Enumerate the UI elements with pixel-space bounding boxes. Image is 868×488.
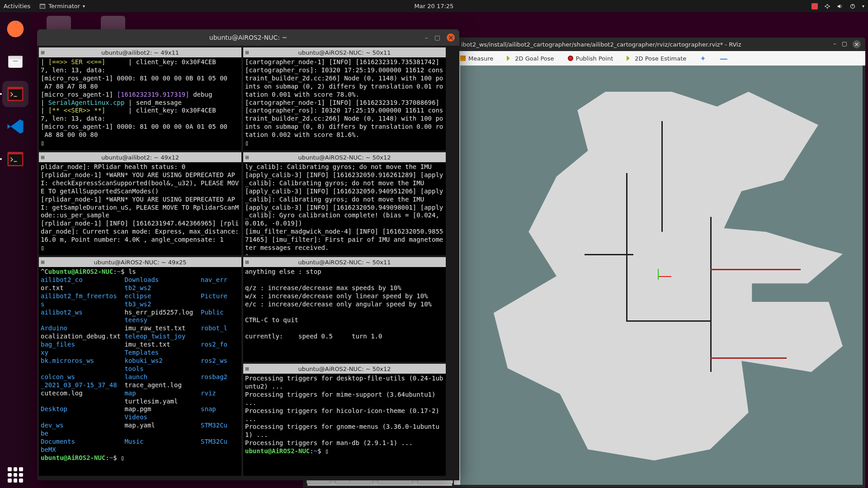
rviz-title-text: ibot2_ws/install/ailibot2_cartographer/s…: [461, 41, 741, 48]
pane-title: ubuntu@AiROS2-NUC: ~ 50x11: [298, 259, 391, 266]
pane-cartographer[interactable]: ⊞ubuntu@AiROS2-NUC: ~ 50x11 [cartographe…: [243, 47, 446, 150]
files-launcher[interactable]: [2, 48, 28, 75]
remove-tool-icon[interactable]: —: [720, 54, 728, 63]
pane-title: ubuntu@ailibot2: ~ 49x11: [101, 49, 179, 56]
pane-title: ubuntu@AiROS2-NUC: ~ 49x25: [94, 259, 187, 266]
arrow-icon: [507, 56, 512, 61]
maximize-icon[interactable]: ▢: [434, 34, 440, 41]
terminator-titlebar[interactable]: ubuntu@AiROS2-NUC: ~ – ▢: [37, 29, 459, 46]
volume-icon[interactable]: [837, 3, 843, 9]
close-icon[interactable]: ✕: [853, 40, 861, 48]
notification-icon[interactable]: [811, 3, 818, 9]
pose-estimate-tool[interactable]: 2D Pose Estimate: [627, 55, 686, 62]
arrow-icon: [627, 56, 632, 61]
pane-apt[interactable]: ⊞ubuntu@AiROS2-NUC: ~ 50x12 Processing t…: [243, 364, 446, 476]
occupancy-map: [494, 92, 843, 460]
network-icon[interactable]: [824, 3, 830, 9]
terminal-icon: [39, 3, 46, 9]
measure-tool[interactable]: Measure: [460, 55, 493, 62]
power-icon[interactable]: [849, 3, 856, 9]
terminator-launcher[interactable]: [2, 81, 28, 107]
rviz-3d-view[interactable]: [460, 66, 863, 485]
terminator-launcher-2[interactable]: [2, 146, 28, 172]
goal-pose-tool[interactable]: 2D Goal Pose: [507, 55, 554, 62]
pane-title: ubuntu@AiROS2-NUC: ~ 50x12: [298, 366, 391, 372]
firefox-launcher[interactable]: [2, 16, 28, 42]
pane-rplidar[interactable]: ⊞ubuntu@ailibot2: ~ 49x12 plidar_node]: …: [39, 152, 241, 255]
svg-rect-14: [9, 155, 22, 165]
pane-imu-calib[interactable]: ⊞ubuntu@AiROS2-NUC: ~ 50x12 ly_calib]: C…: [243, 152, 446, 255]
add-tool-icon[interactable]: ✦: [700, 54, 706, 63]
pin-icon: [568, 56, 573, 61]
launcher-dock: [0, 12, 31, 488]
pane-title: ubuntu@AiROS2-NUC: ~ 50x11: [298, 49, 391, 56]
pane-teleop[interactable]: ⊞ubuntu@AiROS2-NUC: ~ 50x11 anything els…: [243, 257, 446, 362]
system-tray[interactable]: ▾: [811, 3, 864, 9]
pane-ls[interactable]: ⊞ubuntu@AiROS2-NUC: ~ 49x25 ^Cubuntu@AiR…: [39, 257, 241, 476]
close-icon[interactable]: [447, 33, 455, 42]
vscode-launcher[interactable]: [2, 113, 28, 140]
minimize-icon[interactable]: –: [833, 40, 836, 48]
minimize-icon[interactable]: –: [425, 34, 428, 41]
gnome-top-bar: Activities Terminator ▾ Mar 20 17:25 ▾: [0, 0, 868, 12]
window-title: ubuntu@AiROS2-NUC: ~: [209, 34, 287, 41]
app-menu[interactable]: Terminator ▾: [39, 3, 85, 9]
pane-micro-ros[interactable]: ⊞ubuntu@ailibot2: ~ 49x11 | [==>> SER <<…: [39, 47, 241, 150]
svg-rect-1: [40, 5, 45, 8]
svg-rect-9: [8, 56, 23, 59]
clock[interactable]: Mar 20 17:25: [415, 3, 454, 9]
pane-title: ubuntu@AiROS2-NUC: ~ 50x12: [298, 154, 391, 161]
terminator-window: ubuntu@AiROS2-NUC: ~ – ▢ ⊞ubuntu@ailibot…: [37, 29, 459, 480]
publish-point-tool[interactable]: Publish Point: [568, 55, 613, 62]
maximize-icon[interactable]: ▢: [842, 40, 847, 48]
pane-title: ubuntu@ailibot2: ~ 49x12: [101, 154, 179, 161]
ruler-icon: [460, 56, 466, 61]
svg-rect-12: [9, 89, 22, 100]
activities-button[interactable]: Activities: [4, 3, 30, 9]
show-applications[interactable]: [8, 467, 23, 483]
terminal-panes: ⊞ubuntu@ailibot2: ~ 49x11 | [==>> SER <<…: [37, 46, 459, 480]
svg-rect-10: [13, 61, 18, 61]
